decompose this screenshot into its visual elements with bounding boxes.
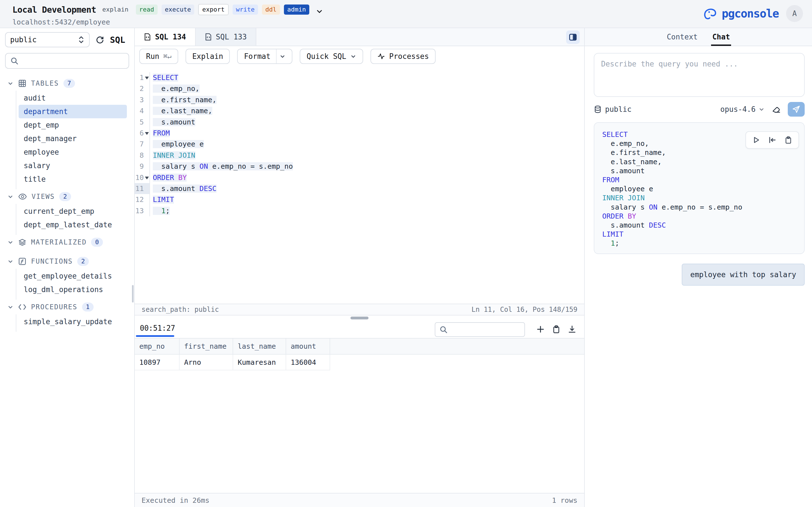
line-number[interactable]: 4 — [135, 105, 150, 116]
results-search-input[interactable] — [451, 325, 520, 334]
sidebar-item-salary[interactable]: salary — [16, 159, 127, 172]
line-number[interactable]: 8 — [135, 150, 150, 161]
chat-schema-label: public — [605, 105, 631, 114]
tab-context[interactable]: Context — [667, 28, 698, 46]
sidebar-scrollbar[interactable] — [132, 285, 134, 302]
sidebar-item-department[interactable]: department — [18, 105, 127, 118]
sidebar-item-current_dept_emp[interactable]: current_dept_emp — [16, 205, 127, 218]
tab-sql-134[interactable]: SQL 134 — [135, 28, 196, 46]
sidebar-item-log_dml_operations[interactable]: log_dml_operations — [16, 283, 127, 296]
line-number[interactable]: 13 — [135, 205, 150, 216]
sidebar-item-simple_salary_update[interactable]: simple_salary_update — [16, 315, 127, 328]
model-select[interactable]: opus-4.6 — [720, 105, 765, 114]
editor-line-3[interactable]: 3 e.first_name, — [135, 94, 584, 105]
chat-prompt-box[interactable] — [594, 53, 805, 97]
run-query-play-icon[interactable] — [752, 136, 760, 144]
fold-caret-icon[interactable] — [145, 177, 149, 179]
sql-editor[interactable]: 1SELECT2 e.emp_no,3 e.first_name,4 e.las… — [135, 66, 584, 304]
chevron-down-icon — [7, 239, 13, 245]
sidebar-item-dept_manager[interactable]: dept_manager — [16, 132, 127, 145]
chevron-down-icon — [7, 304, 13, 310]
quick-sql-button[interactable]: Quick SQL — [300, 49, 363, 64]
section-header-materialized[interactable]: MATERIALIZED0 — [0, 235, 134, 249]
panel-resize-handle[interactable] — [135, 316, 584, 321]
format-button[interactable]: Format — [237, 49, 292, 64]
line-number[interactable]: 12 — [135, 194, 150, 205]
editor-line-2[interactable]: 2 e.emp_no, — [135, 83, 584, 94]
line-number[interactable]: 11 — [135, 183, 150, 194]
tab-sql-133[interactable]: SQL 133 — [196, 28, 257, 46]
editor-line-4[interactable]: 4 e.last_name, — [135, 105, 584, 116]
refresh-icon[interactable] — [95, 35, 104, 44]
fold-caret-icon[interactable] — [145, 76, 149, 79]
insert-into-editor-icon[interactable] — [768, 136, 776, 144]
pgconsole-logo: pgconsole — [702, 5, 779, 22]
results-search[interactable] — [435, 322, 525, 337]
line-number[interactable]: 9 — [135, 161, 150, 172]
column-header-first_name[interactable]: first_name — [179, 339, 233, 354]
clear-chat-eraser-icon[interactable] — [771, 105, 781, 114]
processes-button[interactable]: Processes — [370, 49, 436, 64]
editor-line-12[interactable]: 12LIMIT — [135, 194, 584, 205]
section-header-tables[interactable]: TABLES7 — [0, 76, 134, 91]
main-panel: SQL 134 SQL 133 Run ⌘↵ Explain — [135, 28, 584, 507]
sidebar-item-dept_emp_latest_date[interactable]: dept_emp_latest_date — [16, 218, 127, 231]
fold-caret-icon[interactable] — [145, 132, 149, 135]
editor-line-11[interactable]: 11 s.amount DESC — [135, 183, 584, 194]
line-number[interactable]: 2 — [135, 83, 150, 94]
sidebar-item-employee[interactable]: employee — [16, 145, 127, 159]
sidebar-item-get_employee_details[interactable]: get_employee_details — [16, 269, 127, 283]
line-number[interactable]: 5 — [135, 117, 150, 128]
line-number[interactable]: 3 — [135, 94, 150, 105]
explain-button[interactable]: Explain — [186, 49, 230, 64]
section-label: TABLES — [31, 79, 59, 87]
column-header-last_name[interactable]: last_name — [233, 339, 286, 354]
editor-line-9[interactable]: 9 salary s ON e.emp_no = s.emp_no — [135, 161, 584, 172]
tab-chat[interactable]: Chat — [712, 28, 730, 46]
line-number[interactable]: 10 — [135, 172, 150, 183]
avatar[interactable]: A — [786, 5, 803, 22]
table-cell[interactable]: Arno — [179, 354, 233, 370]
table-cell[interactable]: 10897 — [135, 354, 179, 370]
chevron-down-icon[interactable] — [280, 53, 286, 59]
sidebar-item-title[interactable]: title — [16, 172, 127, 186]
schema-select-value: public — [10, 36, 37, 44]
column-header-emp_no[interactable]: emp_no — [135, 339, 179, 354]
chat-schema-chip[interactable]: public — [594, 105, 631, 114]
sidebar-item-dept_emp[interactable]: dept_emp — [16, 118, 127, 132]
copy-results-icon[interactable] — [552, 325, 560, 334]
copy-sql-icon[interactable] — [784, 136, 792, 144]
chat-prompt-input[interactable] — [594, 54, 804, 96]
sidebar-search[interactable] — [5, 53, 129, 69]
line-number[interactable]: 6 — [135, 128, 150, 138]
add-result-tab-icon[interactable] — [536, 325, 545, 334]
line-number[interactable]: 7 — [135, 138, 150, 150]
editor-line-6[interactable]: 6FROM — [135, 128, 584, 138]
editor-line-10[interactable]: 10ORDER BY — [135, 172, 584, 183]
permission-badge-read: read — [136, 4, 158, 15]
column-header-amount[interactable]: amount — [286, 339, 330, 354]
table-cell[interactable]: 136004 — [286, 354, 330, 370]
editor-line-13[interactable]: 13 1; — [135, 205, 584, 216]
send-button[interactable] — [788, 102, 805, 117]
sql-mode-toggle[interactable]: SQL — [110, 35, 125, 45]
sidebar-item-audit[interactable]: audit — [16, 91, 127, 105]
run-button[interactable]: Run ⌘↵ — [139, 49, 178, 64]
execution-time: Executed in 26ms — [142, 496, 209, 504]
table-cell[interactable]: Kumaresan — [233, 354, 286, 370]
editor-line-7[interactable]: 7 employee e — [135, 138, 584, 150]
result-tab-timer[interactable]: 00:51:27 — [140, 324, 175, 332]
chevron-down-icon[interactable] — [315, 7, 323, 15]
line-number[interactable]: 1 — [135, 72, 150, 83]
table-row[interactable]: 10897ArnoKumaresan136004 — [135, 354, 584, 370]
editor-line-1[interactable]: 1SELECT — [135, 72, 584, 83]
split-panel-icon[interactable] — [566, 31, 580, 44]
editor-line-5[interactable]: 5 s.amount — [135, 117, 584, 128]
section-header-functions[interactable]: FUNCTIONS2 — [0, 254, 134, 269]
section-header-procedures[interactable]: PROCEDURES1 — [0, 300, 134, 314]
editor-line-8[interactable]: 8INNER JOIN — [135, 150, 584, 161]
schema-select[interactable]: public — [5, 32, 90, 47]
download-results-icon[interactable] — [568, 325, 576, 334]
sidebar-search-input[interactable] — [22, 56, 124, 66]
section-header-views[interactable]: VIEWS2 — [0, 189, 134, 204]
